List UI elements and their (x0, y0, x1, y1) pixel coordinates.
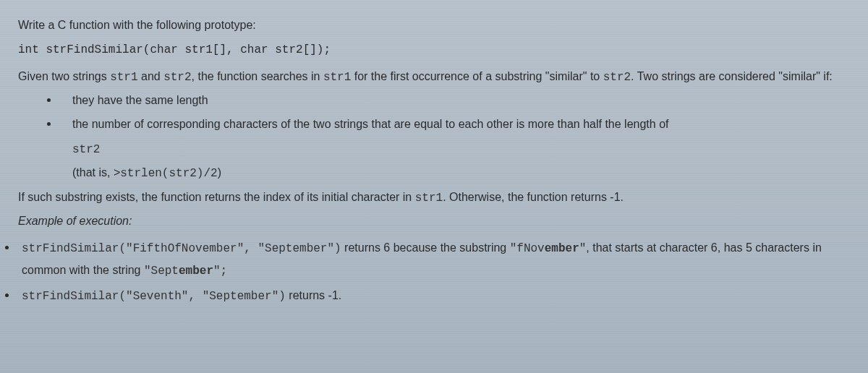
bullet-icon (47, 122, 51, 126)
condition-2-code: str2 (72, 138, 850, 160)
text: returns -1. (286, 289, 341, 301)
example-2: strFindSimilar("Seventh", "September") r… (22, 285, 850, 307)
bullet-icon (5, 246, 9, 249)
text: . Two strings are considered "similar" i… (631, 70, 833, 82)
text: and (138, 70, 164, 82)
text: for the first occurrence of a substring … (351, 70, 603, 82)
condition-1: they have the same length (72, 90, 850, 111)
function-prototype: int strFindSimilar(char str1[], char str… (18, 39, 850, 61)
code-str2: str2 (603, 71, 631, 84)
text: (that is, > (72, 166, 120, 179)
text: returns 6 because the substring (341, 241, 510, 254)
prompt-heading: Write a C function with the following pr… (18, 14, 850, 36)
bullet-icon (47, 98, 51, 102)
text: Given two strings (18, 70, 110, 82)
bullet-icon (5, 293, 9, 297)
example-2-call: strFindSimilar("Seventh", "September") (22, 290, 286, 303)
list-item: they have the same length (47, 90, 850, 111)
intro-paragraph: Given two strings str1 and str2, the fun… (18, 66, 850, 88)
condition-2: the number of corresponding characters o… (72, 113, 850, 135)
example-1-substring: "fNovember" (510, 242, 587, 255)
code-str2: str2 (72, 143, 100, 156)
example-heading: Example of execution: (18, 210, 850, 232)
text: . Otherwise, the function returns -1. (443, 191, 624, 203)
text: ) (218, 166, 221, 179)
code-str1: str1 (110, 71, 137, 84)
text: , the function searches in (192, 70, 323, 82)
code-str2: str2 (163, 71, 191, 84)
example-1: strFindSimilar("FifthOfNovember", "Septe… (22, 237, 850, 283)
conditions-list: they have the same length the number of … (47, 90, 850, 135)
examples-list: strFindSimilar("FifthOfNovember", "Septe… (18, 237, 850, 308)
example-1-call: strFindSimilar("FifthOfNovember", "Septe… (22, 242, 341, 255)
list-item: strFindSimilar("FifthOfNovember", "Septe… (18, 237, 850, 283)
code-strlen: strlen(str2)/2 (120, 167, 217, 180)
result-paragraph: If such substring exists, the function r… (18, 186, 850, 209)
code-str1: str1 (323, 71, 351, 84)
text: the number of corresponding characters o… (72, 118, 668, 130)
code-str1: str1 (415, 192, 443, 205)
list-item: the number of corresponding characters o… (47, 113, 850, 135)
problem-statement: Write a C function with the following pr… (18, 14, 850, 308)
example-1-str2: "September"; (144, 265, 227, 278)
condition-2-thatis: (that is, >strlen(str2)/2) (72, 162, 850, 184)
list-item: strFindSimilar("Seventh", "September") r… (18, 285, 850, 307)
text: If such substring exists, the function r… (18, 191, 415, 203)
